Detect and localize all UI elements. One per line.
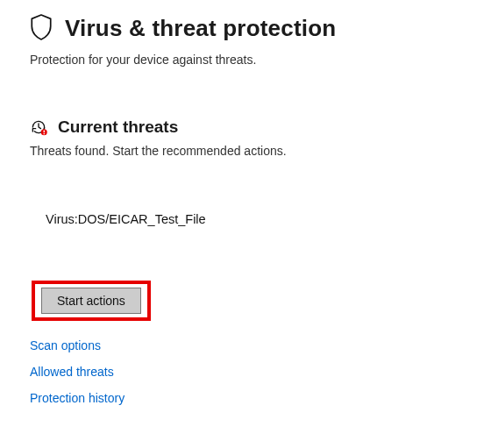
page-subtitle: Protection for your device against threa… xyxy=(30,53,461,67)
allowed-threats-link[interactable]: Allowed threats xyxy=(30,365,114,379)
svg-rect-1 xyxy=(44,131,45,133)
svg-rect-2 xyxy=(44,133,45,134)
history-alert-icon xyxy=(30,118,47,136)
page-title: Virus & threat protection xyxy=(65,15,336,42)
current-threats-subtitle: Threats found. Start the recommended act… xyxy=(30,144,461,158)
shield-icon xyxy=(30,14,53,44)
tutorial-highlight: Start actions xyxy=(32,281,151,321)
threat-item: Virus:DOS/EICAR_Test_File xyxy=(46,212,461,226)
scan-options-link[interactable]: Scan options xyxy=(30,338,101,352)
protection-history-link[interactable]: Protection history xyxy=(30,391,125,405)
current-threats-title: Current threats xyxy=(58,117,178,137)
start-actions-button[interactable]: Start actions xyxy=(41,288,141,314)
